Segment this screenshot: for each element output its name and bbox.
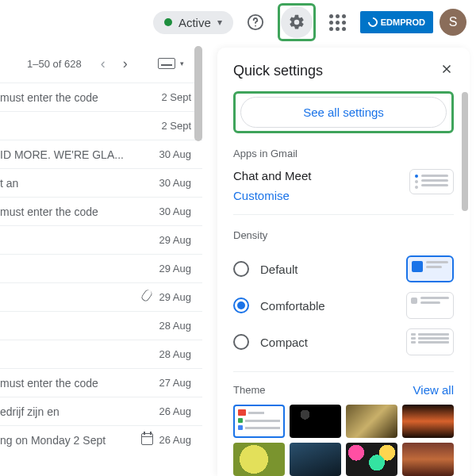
theme-thumb-8[interactable] bbox=[402, 443, 454, 476]
density-compact-label: Compact bbox=[260, 336, 308, 349]
email-row[interactable]: edrijf zijn en26 Aug bbox=[0, 397, 202, 425]
help-icon bbox=[247, 13, 264, 31]
density-comfortable-preview-icon bbox=[406, 292, 454, 319]
google-apps-button[interactable] bbox=[322, 6, 354, 38]
page-next-button[interactable]: › bbox=[120, 56, 131, 72]
email-subject: edrijf zijn en bbox=[0, 405, 66, 418]
theme-thumb-default[interactable] bbox=[233, 405, 285, 438]
top-bar: Active ▾ EDMPROD S bbox=[0, 0, 476, 44]
density-section-label: Density bbox=[233, 229, 454, 241]
email-row[interactable]: t an30 Aug bbox=[0, 168, 202, 197]
density-option-compact[interactable]: Compact bbox=[233, 334, 308, 350]
page-prev-button[interactable]: ‹ bbox=[98, 56, 109, 72]
pagination-label: 1–50 of 628 bbox=[27, 58, 82, 70]
inbox-list-pane: 1–50 of 628 ‹ › ▾ must enter the code2 S… bbox=[0, 44, 203, 476]
email-row[interactable]: ng on Monday 2 Sept26 Aug bbox=[0, 425, 202, 454]
settings-highlight bbox=[278, 3, 316, 41]
see-all-highlight: See all settings bbox=[233, 91, 454, 133]
apps-section-label: Apps in Gmail bbox=[233, 148, 454, 159]
email-row[interactable]: 29 Aug bbox=[0, 254, 202, 282]
scrollbar-thumb[interactable] bbox=[194, 46, 202, 141]
theme-thumb-7[interactable] bbox=[346, 443, 397, 476]
status-label: Active bbox=[178, 16, 211, 29]
close-icon bbox=[440, 62, 454, 76]
email-row[interactable]: ID MORE. WE'RE GLA...30 Aug bbox=[0, 140, 202, 168]
apps-grid-icon bbox=[329, 14, 346, 31]
input-tools-caret-icon[interactable]: ▾ bbox=[180, 60, 184, 67]
density-default-label: Default bbox=[260, 263, 298, 276]
list-toolbar: 1–50 of 628 ‹ › ▾ bbox=[0, 44, 202, 83]
input-tools-icon[interactable] bbox=[158, 58, 175, 69]
status-chip[interactable]: Active ▾ bbox=[153, 11, 233, 34]
density-comfortable-label: Comfortable bbox=[260, 299, 325, 313]
radio-icon bbox=[233, 261, 249, 277]
customise-link[interactable]: Customise bbox=[233, 189, 290, 202]
brand-label: EDMPROD bbox=[381, 17, 425, 27]
email-date: 28 Aug bbox=[159, 348, 192, 360]
email-date: 27 Aug bbox=[159, 377, 192, 389]
email-row[interactable]: 28 Aug bbox=[0, 340, 202, 368]
email-date: 29 Aug bbox=[159, 291, 192, 303]
email-date: 2 Sept bbox=[161, 91, 191, 103]
chat-meet-preview-icon bbox=[409, 169, 454, 194]
panel-scrollbar-thumb[interactable] bbox=[462, 92, 468, 211]
brand-icon bbox=[366, 16, 379, 29]
email-subject: t an bbox=[0, 177, 25, 190]
quick-settings-panel: Quick settings See all settings Apps in … bbox=[217, 48, 470, 476]
email-row[interactable]: 29 Aug bbox=[0, 225, 202, 254]
theme-thumb-3[interactable] bbox=[346, 405, 397, 438]
email-subject: must enter the code bbox=[0, 377, 105, 390]
email-row[interactable]: 2 Sept bbox=[0, 111, 202, 140]
theme-grid bbox=[233, 405, 454, 476]
density-default-preview-icon bbox=[406, 255, 454, 282]
email-date: 30 Aug bbox=[159, 205, 192, 217]
email-date: 30 Aug bbox=[159, 177, 192, 189]
email-date: 2 Sept bbox=[161, 120, 191, 132]
calendar-icon bbox=[141, 433, 153, 447]
email-date: 26 Aug bbox=[159, 405, 192, 417]
account-avatar[interactable]: S bbox=[440, 9, 466, 36]
settings-button[interactable] bbox=[281, 6, 313, 38]
email-row[interactable]: 29 Aug bbox=[0, 282, 202, 311]
help-button[interactable] bbox=[240, 6, 271, 38]
avatar-initial: S bbox=[449, 15, 458, 29]
email-date: 26 Aug bbox=[159, 434, 192, 446]
email-row[interactable]: 28 Aug bbox=[0, 311, 202, 340]
svg-point-1 bbox=[255, 25, 256, 27]
brand-badge[interactable]: EDMPROD bbox=[360, 11, 433, 33]
email-date: 28 Aug bbox=[159, 320, 192, 332]
radio-icon bbox=[233, 334, 249, 350]
attachment-icon bbox=[140, 290, 153, 305]
theme-thumb-4[interactable] bbox=[402, 405, 454, 438]
email-subject: ID MORE. WE'RE GLA... bbox=[0, 148, 130, 161]
gear-icon bbox=[288, 13, 305, 31]
email-row[interactable]: must enter the code2 Sept bbox=[0, 83, 202, 111]
chevron-down-icon: ▾ bbox=[217, 17, 222, 28]
see-all-settings-button[interactable]: See all settings bbox=[240, 97, 447, 128]
theme-section-label: Theme bbox=[233, 384, 265, 396]
close-button[interactable] bbox=[440, 62, 454, 80]
density-option-comfortable[interactable]: Comfortable bbox=[233, 298, 325, 313]
theme-thumb-2[interactable] bbox=[290, 405, 341, 438]
email-date: 30 Aug bbox=[159, 148, 192, 160]
density-compact-preview-icon bbox=[406, 328, 454, 355]
email-subject: ng on Monday 2 Sept bbox=[0, 434, 112, 447]
email-date: 29 Aug bbox=[159, 234, 192, 246]
chat-meet-label: Chat and Meet bbox=[233, 169, 311, 182]
radio-icon bbox=[233, 298, 249, 313]
email-list: must enter the code2 Sept2 SeptID MORE. … bbox=[0, 83, 202, 454]
email-row[interactable]: must enter the code30 Aug bbox=[0, 197, 202, 225]
panel-title: Quick settings bbox=[233, 63, 323, 79]
email-row[interactable]: must enter the code27 Aug bbox=[0, 368, 202, 397]
density-option-default[interactable]: Default bbox=[233, 261, 298, 277]
status-dot-icon bbox=[164, 18, 172, 26]
theme-thumb-5[interactable] bbox=[233, 443, 285, 476]
theme-thumb-6[interactable] bbox=[290, 443, 341, 476]
email-subject: must enter the code bbox=[0, 205, 105, 218]
theme-view-all-link[interactable]: View all bbox=[413, 383, 454, 397]
email-date: 29 Aug bbox=[159, 263, 192, 274]
email-subject: must enter the code bbox=[0, 91, 105, 104]
